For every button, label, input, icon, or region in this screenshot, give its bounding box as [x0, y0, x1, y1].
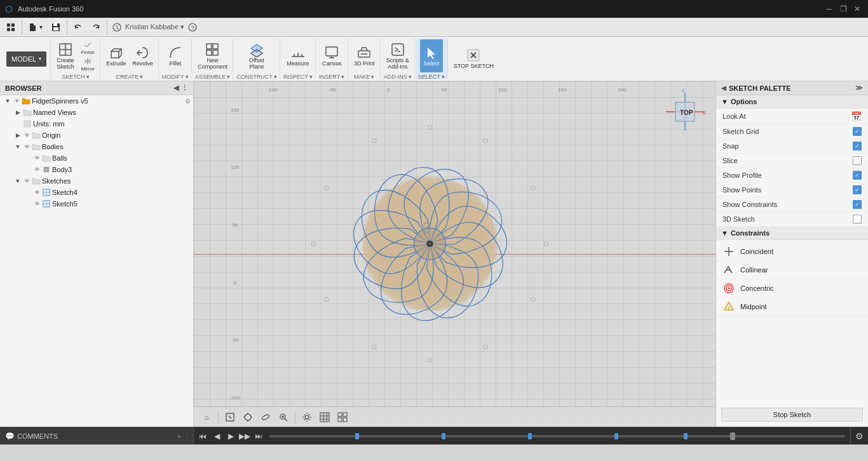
timeline-thumb[interactable] — [730, 432, 735, 440]
restore-button[interactable]: ❐ — [837, 3, 849, 15]
save-button[interactable] — [48, 18, 64, 36]
palette-row-show-constraints[interactable]: Show Constraints ✓ — [716, 197, 868, 212]
redo-button[interactable] — [88, 18, 104, 36]
tree-eye-origin[interactable]: 👁 — [23, 131, 31, 139]
comments-panel[interactable]: 💬 COMMENTS + | — [0, 427, 194, 444]
timeline-track[interactable] — [269, 435, 845, 438]
stop-sketch-palette-btn[interactable]: Stop Sketch — [721, 408, 863, 422]
palette-row-sketch-grid[interactable]: Sketch Grid ✓ — [716, 124, 868, 139]
revolve-btn[interactable]: Revolve — [130, 39, 156, 72]
tree-item-sketch4[interactable]: 👁 Sketch4 — [0, 187, 193, 198]
settings-button[interactable]: ⚙ — [850, 427, 868, 444]
create-group-label[interactable]: CREATE ▾ — [116, 74, 143, 80]
extrude-btn[interactable]: Extrude — [104, 39, 128, 72]
view-type-btn[interactable] — [335, 410, 350, 425]
tree-item-bodies[interactable]: ▼ 👁 Bodies — [0, 141, 193, 152]
show-profile-checkbox[interactable]: ✓ — [853, 171, 862, 180]
tree-eye-sketches[interactable]: 👁 — [23, 177, 31, 185]
canvas-btn[interactable]: Canvas — [320, 39, 344, 72]
tree-eye-body3[interactable]: 👁 — [33, 166, 41, 173]
grid-toggle-btn[interactable] — [317, 410, 332, 425]
palette-expand-icon[interactable]: ≫ — [855, 84, 863, 92]
zoom-btn[interactable] — [276, 410, 291, 425]
tree-settings-root[interactable]: ⚙ — [185, 98, 191, 105]
options-section-header[interactable]: ▼ Options — [716, 95, 868, 109]
file-button[interactable]: ▾ — [25, 18, 46, 36]
grid-view-button[interactable] — [3, 18, 19, 36]
tree-item-root[interactable]: ▼ 👁 FidgetSpinners v5 ⚙ — [0, 95, 193, 107]
timeline-prev-btn[interactable]: ◀ — [210, 430, 223, 443]
model-button[interactable]: MODEL ▾ — [6, 51, 46, 67]
tree-eye-sketch5[interactable]: 👁 — [33, 200, 41, 208]
constraint-midpoint[interactable]: Midpoint — [716, 298, 868, 316]
orbit-btn[interactable] — [258, 410, 273, 425]
tree-item-sketches[interactable]: ▼ 👁 Sketches — [0, 175, 193, 187]
tree-item-balls[interactable]: 👁 Balls — [0, 152, 193, 164]
timeline-last-btn[interactable]: ⏭ — [252, 430, 265, 443]
select-group-label[interactable]: SELECT ▾ — [418, 74, 445, 80]
tree-eye-sketch4[interactable]: 👁 — [33, 189, 41, 196]
browser-collapse-icon[interactable]: ◀ — [173, 84, 179, 92]
tree-item-body3[interactable]: 👁 Body3 — [0, 164, 193, 175]
constraint-coincident[interactable]: Coincident — [716, 243, 868, 261]
palette-row-show-points[interactable]: Show Points ✓ — [716, 183, 868, 197]
comments-expand-icon[interactable]: + — [177, 432, 181, 440]
palette-row-look-at[interactable]: Look At 📅 — [716, 109, 868, 124]
tree-eye-balls[interactable]: 👁 — [33, 154, 41, 162]
make-group-label[interactable]: MAKE ▾ — [354, 74, 375, 80]
construct-group-label[interactable]: CONSTRUCT ▾ — [236, 74, 277, 80]
show-points-checkbox[interactable]: ✓ — [853, 185, 862, 194]
tree-eye-bodies[interactable]: 👁 — [23, 143, 31, 150]
mirror-btn[interactable]: Mirror — [78, 57, 97, 72]
assemble-group-label[interactable]: ASSEMBLE ▾ — [195, 74, 231, 80]
view-cube[interactable]: TOP Z X — [660, 86, 710, 137]
constraint-collinear[interactable]: Collinear — [716, 261, 868, 279]
palette-row-3d-sketch[interactable]: 3D Sketch — [716, 212, 868, 227]
tree-eye-root[interactable]: 👁 — [13, 97, 20, 105]
undo-button[interactable] — [70, 18, 86, 36]
scripts-btn[interactable]: Scripts &Add-Ins — [384, 39, 412, 72]
stop-sketch-ribbon-btn[interactable]: STOP SKETCH — [451, 43, 496, 76]
timeline-first-btn[interactable]: ⏮ — [196, 430, 209, 443]
create-sketch-btn[interactable]: CreateSketch — [54, 39, 77, 72]
pan-btn[interactable] — [240, 410, 255, 425]
fillet-btn[interactable]: Fillet — [164, 39, 187, 72]
look-at-icon[interactable]: 📅 — [851, 111, 862, 121]
show-constraints-checkbox[interactable]: ✓ — [853, 200, 862, 209]
inspect-group-label[interactable]: INSPECT ▾ — [283, 74, 313, 80]
addins-group-label[interactable]: ADD-INS ▾ — [384, 74, 412, 80]
tree-item-named-views[interactable]: ▶ Named Views — [0, 107, 193, 118]
slice-checkbox[interactable] — [853, 156, 862, 165]
measure-btn[interactable]: Measure — [284, 39, 311, 72]
fit-btn[interactable] — [222, 410, 238, 425]
select-btn[interactable]: Select — [420, 39, 443, 72]
palette-row-slice[interactable]: Slice — [716, 154, 868, 168]
palette-collapse-icon[interactable]: ◀ — [721, 84, 726, 91]
constraint-concentric[interactable]: Concentric — [716, 279, 868, 298]
tree-item-units[interactable]: Units: mm — [0, 118, 193, 130]
svg-line-65 — [229, 416, 231, 418]
finish-sketch-btn[interactable]: Finish — [78, 40, 97, 56]
viewport[interactable]: 150 100 50 0 -50 -100 -100 -50 0 50 100 … — [194, 81, 715, 427]
insert-group-label[interactable]: INSERT ▾ — [319, 74, 344, 80]
sketch-group-label[interactable]: SKETCH ▾ — [62, 74, 90, 80]
timeline-next-btn[interactable]: ▶▶ — [238, 430, 251, 443]
palette-row-show-profile[interactable]: Show Profile ✓ — [716, 168, 868, 183]
3d-print-btn[interactable]: 3D Print — [351, 39, 377, 72]
close-button[interactable]: ✕ — [851, 3, 863, 15]
browser-menu-icon[interactable]: ⋮ — [181, 84, 188, 92]
offset-plane-btn[interactable]: OffsetPlane — [245, 39, 268, 72]
constraints-section-header[interactable]: ▼ Constraints — [716, 227, 868, 240]
palette-row-snap[interactable]: Snap ✓ — [716, 139, 868, 154]
minimize-button[interactable]: ─ — [824, 3, 835, 15]
new-component-btn[interactable]: NewComponent — [195, 39, 230, 72]
snap-checkbox[interactable]: ✓ — [853, 142, 862, 150]
sketch-grid-checkbox[interactable]: ✓ — [853, 127, 862, 136]
display-settings-btn[interactable] — [299, 410, 315, 425]
timeline-play-btn[interactable]: ▶ — [224, 430, 237, 443]
modify-group-label[interactable]: MODIFY ▾ — [162, 74, 189, 80]
home-view-btn[interactable]: ⌂ — [199, 410, 214, 425]
tree-item-sketch5[interactable]: 👁 Sketch5 — [0, 198, 193, 210]
tree-item-origin[interactable]: ▶ 👁 Origin — [0, 130, 193, 141]
3d-sketch-checkbox[interactable] — [853, 215, 862, 224]
